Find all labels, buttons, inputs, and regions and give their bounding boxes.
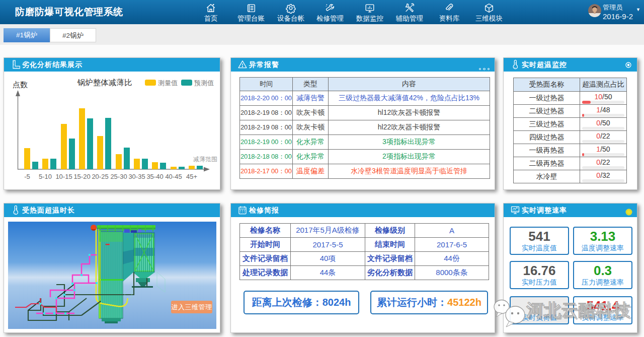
svg-text:锅炉整体减薄比: 锅炉整体减薄比: [77, 78, 132, 87]
svg-text:5-10: 5-10: [39, 173, 52, 180]
svg-text:20-25: 20-25: [92, 173, 108, 180]
svg-text:45+: 45+: [186, 173, 197, 180]
svg-text:30-35: 30-35: [128, 173, 145, 180]
svg-text:点数: 点数: [13, 80, 28, 89]
svg-text:减薄范围: 减薄范围: [193, 156, 217, 163]
svg-text:-5: -5: [24, 173, 30, 180]
svg-text:15-20: 15-20: [73, 173, 90, 180]
svg-text:10-15: 10-15: [55, 173, 72, 180]
svg-text:40-45: 40-45: [165, 173, 182, 180]
svg-text:25-30: 25-30: [110, 173, 127, 180]
svg-text:35-40: 35-40: [146, 173, 163, 180]
svg-text:预测值: 预测值: [194, 79, 214, 87]
svg-text:测量值: 测量值: [158, 79, 178, 87]
